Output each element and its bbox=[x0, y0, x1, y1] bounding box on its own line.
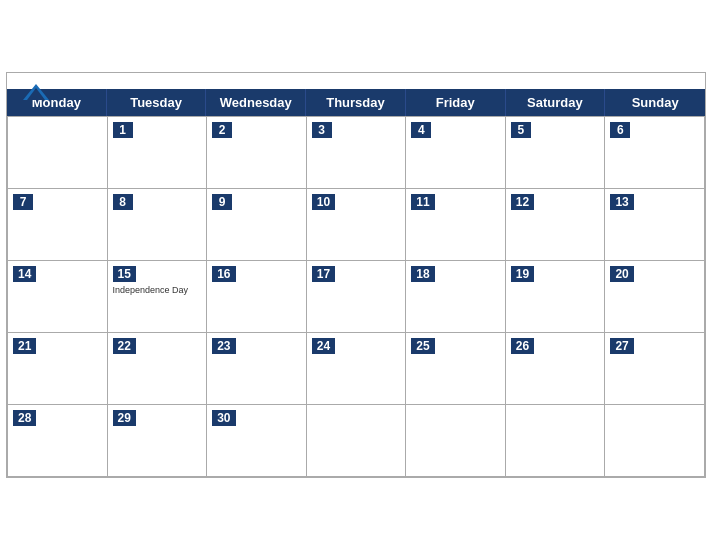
day-number: 21 bbox=[13, 338, 36, 354]
day-cell bbox=[406, 405, 506, 477]
day-cell: 16 bbox=[207, 261, 307, 333]
day-number: 17 bbox=[312, 266, 335, 282]
day-cell: 10 bbox=[307, 189, 407, 261]
day-header-thursday: Thursday bbox=[306, 89, 406, 116]
calendar-grid: 123456789101112131415Independence Day161… bbox=[7, 116, 705, 477]
day-cell: 13 bbox=[605, 189, 705, 261]
day-cell bbox=[307, 405, 407, 477]
day-number: 1 bbox=[113, 122, 133, 138]
holiday-label: Independence Day bbox=[113, 285, 202, 296]
day-number: 27 bbox=[610, 338, 633, 354]
day-cell: 28 bbox=[8, 405, 108, 477]
day-header-saturday: Saturday bbox=[506, 89, 606, 116]
day-cell: 4 bbox=[406, 117, 506, 189]
day-number: 20 bbox=[610, 266, 633, 282]
day-number: 6 bbox=[610, 122, 630, 138]
day-number: 23 bbox=[212, 338, 235, 354]
day-cell: 25 bbox=[406, 333, 506, 405]
day-cell: 3 bbox=[307, 117, 407, 189]
day-cell bbox=[605, 405, 705, 477]
day-cell: 27 bbox=[605, 333, 705, 405]
day-number: 14 bbox=[13, 266, 36, 282]
day-header-tuesday: Tuesday bbox=[107, 89, 207, 116]
day-number: 16 bbox=[212, 266, 235, 282]
day-cell: 7 bbox=[8, 189, 108, 261]
day-number: 5 bbox=[511, 122, 531, 138]
day-number: 28 bbox=[13, 410, 36, 426]
day-number: 18 bbox=[411, 266, 434, 282]
day-cell bbox=[506, 405, 606, 477]
day-number: 19 bbox=[511, 266, 534, 282]
day-header-wednesday: Wednesday bbox=[206, 89, 306, 116]
day-cell: 29 bbox=[108, 405, 208, 477]
calendar: MondayTuesdayWednesdayThursdayFridaySatu… bbox=[6, 72, 706, 478]
day-cell: 6 bbox=[605, 117, 705, 189]
day-number: 30 bbox=[212, 410, 235, 426]
day-number: 7 bbox=[13, 194, 33, 210]
bird-icon bbox=[23, 82, 49, 104]
day-cell: 26 bbox=[506, 333, 606, 405]
day-cell: 9 bbox=[207, 189, 307, 261]
day-cell: 17 bbox=[307, 261, 407, 333]
day-number: 3 bbox=[312, 122, 332, 138]
day-cell: 15Independence Day bbox=[108, 261, 208, 333]
day-header-sunday: Sunday bbox=[605, 89, 705, 116]
calendar-header bbox=[7, 73, 705, 89]
day-number: 24 bbox=[312, 338, 335, 354]
day-cell: 1 bbox=[108, 117, 208, 189]
day-number: 12 bbox=[511, 194, 534, 210]
day-number: 22 bbox=[113, 338, 136, 354]
day-cell: 12 bbox=[506, 189, 606, 261]
day-cell bbox=[8, 117, 108, 189]
day-number: 4 bbox=[411, 122, 431, 138]
day-cell: 5 bbox=[506, 117, 606, 189]
day-number: 29 bbox=[113, 410, 136, 426]
day-number: 15 bbox=[113, 266, 136, 282]
day-number: 13 bbox=[610, 194, 633, 210]
day-cell: 24 bbox=[307, 333, 407, 405]
day-number: 2 bbox=[212, 122, 232, 138]
day-header-monday: Monday bbox=[7, 89, 107, 116]
day-number: 11 bbox=[411, 194, 434, 210]
day-cell: 20 bbox=[605, 261, 705, 333]
day-number: 10 bbox=[312, 194, 335, 210]
day-header-friday: Friday bbox=[406, 89, 506, 116]
day-number: 26 bbox=[511, 338, 534, 354]
day-cell: 14 bbox=[8, 261, 108, 333]
day-cell: 21 bbox=[8, 333, 108, 405]
day-number: 25 bbox=[411, 338, 434, 354]
day-number: 9 bbox=[212, 194, 232, 210]
day-cell: 11 bbox=[406, 189, 506, 261]
day-cell: 30 bbox=[207, 405, 307, 477]
day-cell: 23 bbox=[207, 333, 307, 405]
day-cell: 8 bbox=[108, 189, 208, 261]
day-cell: 18 bbox=[406, 261, 506, 333]
days-header: MondayTuesdayWednesdayThursdayFridaySatu… bbox=[7, 89, 705, 116]
day-cell: 22 bbox=[108, 333, 208, 405]
day-number: 8 bbox=[113, 194, 133, 210]
logo bbox=[23, 81, 52, 104]
day-cell: 19 bbox=[506, 261, 606, 333]
day-cell: 2 bbox=[207, 117, 307, 189]
